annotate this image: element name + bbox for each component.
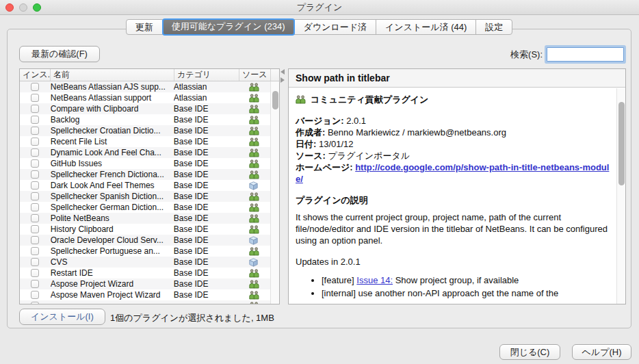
plugin-row[interactable]: Recent File ListBase IDE — [20, 136, 270, 147]
close-button[interactable]: 閉じる(C) — [499, 344, 560, 360]
detail-meta-line: バージョン: 2.0.1 — [296, 115, 612, 127]
plugin-detail-title: Show path in titlebar — [289, 69, 625, 88]
plugin-name: Spellchecker Croatian Dictio... — [51, 126, 174, 135]
plugin-checkbox[interactable] — [31, 138, 39, 146]
plugin-row[interactable]: Spellchecker Spanish Diction...Base IDE — [20, 191, 270, 202]
plugin-checkbox[interactable] — [31, 247, 39, 255]
plugin-row[interactable]: Aspose Maven Project WizardBase IDE — [20, 289, 270, 300]
plugin-checkbox[interactable] — [31, 170, 39, 179]
plugin-row[interactable]: Restart IDEBase IDE — [20, 268, 270, 278]
update-item: [feature] Issue 14: Show project group, … — [322, 274, 612, 286]
plugin-detail-body: コミュニティ貢献プラグイン バージョン: 2.0.1作成者: Benno Mar… — [289, 88, 616, 304]
plugin-name: CVS — [51, 257, 174, 267]
plugin-category: Base IDE — [174, 290, 238, 300]
updates-title: Updates in 2.0.1 — [296, 256, 612, 268]
community-users-icon — [249, 214, 259, 223]
plugin-row[interactable]: GitHub IssuesBase IDE — [20, 158, 270, 169]
plugin-row[interactable]: Spellchecker Portuguese an...Base IDE — [20, 246, 270, 257]
plugin-checkbox[interactable] — [31, 280, 39, 288]
details-scrollbar[interactable] — [616, 88, 625, 304]
column-category[interactable]: カテゴリ — [174, 69, 239, 81]
plugin-row[interactable]: Polite NetBeansBase IDE — [20, 213, 270, 224]
splitter — [281, 69, 286, 86]
check-newest-button[interactable]: 最新の確認(F) — [19, 46, 100, 62]
plugin-row[interactable]: CVSBase IDE — [20, 257, 270, 268]
community-users-icon — [249, 170, 259, 179]
selection-status: 1個のプラグインが選択されました, 1MB — [110, 312, 274, 324]
plugin-row[interactable]: History ClipboardBase IDE — [20, 224, 270, 235]
plugin-checkbox[interactable] — [31, 302, 39, 304]
plugin-checkbox[interactable] — [31, 181, 39, 190]
plugin-checkbox[interactable] — [31, 159, 39, 168]
plugin-name: Aspose Maven Project Wizard — [51, 290, 174, 300]
issue-link[interactable]: Issue 14: — [356, 275, 393, 285]
help-button[interactable]: ヘルプ(H) — [572, 344, 631, 360]
community-users-icon — [249, 302, 259, 304]
plugin-row[interactable]: NetBeans Atlassian supportAtlassian — [20, 92, 270, 103]
details-scrollbar-thumb[interactable] — [618, 102, 625, 185]
plugin-name: NetBeans Atlassian support — [51, 93, 174, 103]
plugin-checkbox[interactable] — [31, 236, 39, 244]
plugin-row[interactable]: Compare with ClipboardBase IDE — [20, 103, 270, 114]
plugin-row[interactable]: Spellchecker Croatian Dictio...Base IDE — [20, 125, 270, 136]
tab-available-plugins[interactable]: 使用可能なプラグイン (234) — [162, 18, 295, 36]
plugin-row[interactable]: Aspose Project WizardBase IDE — [20, 278, 270, 289]
collapse-right-icon[interactable] — [281, 77, 285, 83]
plugin-name: Recent File List — [51, 137, 174, 146]
plugin-row[interactable]: Oracle Developer Cloud Serv...Base IDE — [20, 235, 270, 246]
plugin-category: Atlassian — [174, 82, 238, 92]
plugin-checkbox[interactable] — [31, 258, 39, 266]
plugin-row[interactable] — [20, 300, 270, 304]
plugin-checkbox[interactable] — [31, 203, 39, 211]
collapse-left-icon[interactable] — [281, 69, 285, 75]
tab-downloaded[interactable]: ダウンロード済 — [294, 19, 377, 35]
description-text: It shows the current project group, proj… — [296, 211, 612, 246]
plugin-row[interactable]: Dynamic Look And Feel Cha...Base IDE — [20, 147, 270, 158]
plugin-row[interactable]: Spellchecker German Diction...Base IDE — [20, 202, 270, 213]
plugin-row[interactable]: NetBeans Atlassian AJS supp...Atlassian — [20, 81, 270, 92]
plugin-checkbox[interactable] — [31, 94, 39, 102]
search-label: 検索(S): — [510, 49, 543, 61]
plugin-category: Base IDE — [174, 213, 238, 223]
table-scrollbar-thumb[interactable] — [272, 91, 278, 109]
plugin-checkbox[interactable] — [31, 148, 39, 157]
detail-meta-line: ホームページ: http://code.google.com/p/show-pa… — [296, 161, 612, 185]
plugin-category: Base IDE — [174, 181, 238, 190]
plugin-checkbox[interactable] — [31, 214, 39, 222]
plugin-name: Spellchecker German Diction... — [51, 203, 174, 212]
plugin-category: Base IDE — [174, 224, 238, 234]
plugin-category: Base IDE — [174, 246, 238, 256]
column-source[interactable]: ソース — [239, 69, 271, 81]
plugin-checkbox[interactable] — [31, 269, 39, 277]
column-name[interactable]: 名前 — [51, 69, 174, 81]
tab-settings[interactable]: 設定 — [475, 19, 512, 35]
plugin-table: インス... 名前 カテゴリ ソース NetBeans Atlassian AJ… — [19, 68, 280, 304]
plugin-checkbox[interactable] — [31, 291, 39, 299]
plugin-checkbox[interactable] — [31, 83, 39, 91]
plugin-name: History Clipboard — [51, 224, 174, 234]
plugin-checkbox[interactable] — [31, 105, 39, 113]
plugin-checkbox[interactable] — [31, 127, 39, 135]
community-users-icon — [249, 138, 259, 146]
plugin-name: Polite NetBeans — [51, 213, 174, 223]
tab-installed[interactable]: インストール済 (44) — [376, 19, 476, 35]
install-button[interactable]: インストール(I) — [19, 309, 105, 325]
plugin-table-body: NetBeans Atlassian AJS supp...AtlassianN… — [20, 81, 270, 304]
plugin-name: Dynamic Look And Feel Cha... — [51, 148, 174, 157]
search-input[interactable] — [547, 47, 624, 62]
plugin-cube-icon — [249, 236, 259, 245]
community-users-icon — [249, 203, 259, 212]
community-users-icon — [249, 105, 259, 114]
tab-updates[interactable]: 更新 — [126, 19, 163, 35]
plugin-checkbox[interactable] — [31, 192, 39, 200]
plugin-manager-tabs: 更新 使用可能なプラグイン (234) ダウンロード済 インストール済 (44)… — [0, 19, 639, 36]
plugin-checkbox[interactable] — [31, 225, 39, 233]
plugin-row[interactable]: Dark Look And Feel ThemesBase IDE — [20, 180, 270, 191]
plugin-checkbox[interactable] — [31, 116, 39, 124]
column-install[interactable]: インス... — [20, 69, 51, 81]
plugin-row[interactable]: Spellchecker French Dictiona...Base IDE — [20, 169, 270, 180]
plugin-name: NetBeans Atlassian AJS supp... — [51, 82, 174, 92]
plugin-name: Spellchecker Portuguese an... — [51, 246, 174, 256]
plugin-row[interactable]: BacklogBase IDE — [20, 114, 270, 125]
table-scrollbar[interactable] — [270, 81, 279, 304]
